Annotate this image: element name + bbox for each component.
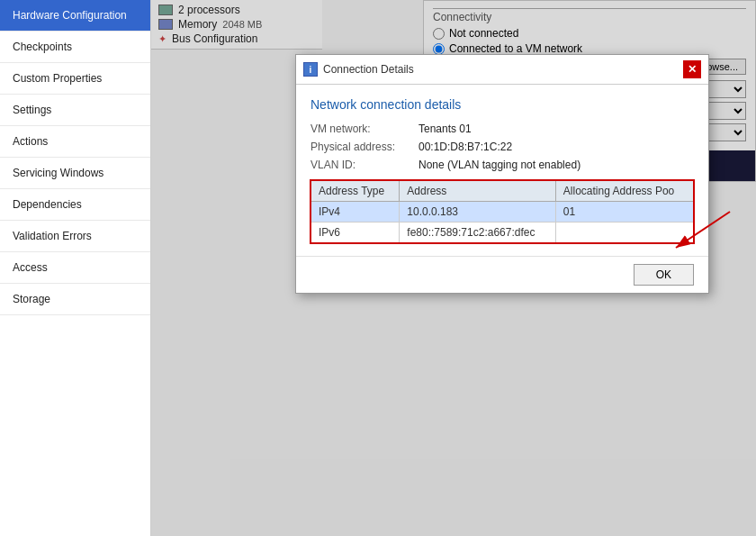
sidebar-item-checkpoints[interactable]: Checkpoints — [0, 32, 150, 63]
sidebar-item-access[interactable]: Access — [0, 252, 150, 284]
modal-dialog: i Connection Details ✕ Network connectio… — [295, 54, 709, 294]
modal-body: Network connection details VM network: T… — [296, 85, 708, 256]
modal-physical-address-label: Physical address: — [310, 141, 418, 153]
sidebar-item-dependencies[interactable]: Dependencies — [0, 189, 150, 221]
modal-title-left: i Connection Details — [303, 62, 414, 77]
table-header-row: Address Type Address Allocating Address … — [311, 181, 694, 202]
cell-pool-ipv4: 01 — [555, 202, 693, 223]
table-row[interactable]: IPv6 fe80::7589:71c2:a667:dfec — [311, 223, 694, 243]
modal-close-button[interactable]: ✕ — [683, 60, 701, 78]
table-header: Address Type Address Allocating Address … — [311, 181, 694, 202]
sidebar-item-settings[interactable]: Settings — [0, 95, 150, 126]
address-table: Address Type Address Allocating Address … — [310, 180, 694, 243]
col-address: Address — [400, 181, 556, 202]
sidebar-item-servicing-windows[interactable]: Servicing Windows — [0, 158, 150, 189]
modal-vlan-id-row: VLAN ID: None (VLAN tagging not enabled) — [310, 159, 694, 171]
modal-icon: i — [303, 62, 318, 77]
table-body: IPv4 10.0.0.183 01 IPv6 fe80::7589:71c2:… — [311, 202, 694, 243]
modal-vm-network-label: VM network: — [310, 123, 418, 135]
ok-button[interactable]: OK — [634, 264, 694, 286]
modal-title: Connection Details — [323, 63, 414, 76]
modal-titlebar: i Connection Details ✕ — [296, 55, 708, 85]
modal-physical-address-value: 00:1D:D8:B7:1C:22 — [418, 141, 512, 153]
sidebar-item-actions[interactable]: Actions — [0, 126, 150, 158]
modal-section-title: Network connection details — [310, 97, 694, 112]
modal-footer: OK — [296, 256, 708, 293]
cell-type-ipv6: IPv6 — [311, 223, 400, 243]
modal-vlan-id-label: VLAN ID: — [310, 159, 418, 171]
cell-address-ipv4: 10.0.0.183 — [400, 202, 556, 223]
sidebar: Hardware Configuration Checkpoints Custo… — [0, 0, 151, 536]
modal-physical-address-row: Physical address: 00:1D:D8:B7:1C:22 — [310, 141, 694, 153]
sidebar-item-validation-errors[interactable]: Validation Errors — [0, 221, 150, 252]
modal-vm-network-value: Tenants 01 — [418, 123, 472, 135]
col-allocating-pool: Allocating Address Poo — [555, 181, 693, 202]
table-row[interactable]: IPv4 10.0.0.183 01 — [311, 202, 694, 223]
cell-type-ipv4: IPv4 — [311, 202, 400, 223]
modal-vlan-id-value: None (VLAN tagging not enabled) — [418, 159, 580, 171]
sidebar-item-hardware-configuration[interactable]: Hardware Configuration — [0, 0, 150, 32]
modal-vm-network-row: VM network: Tenants 01 — [310, 123, 694, 135]
table-container: Address Type Address Allocating Address … — [310, 180, 694, 243]
modal-overlay: i Connection Details ✕ Network connectio… — [151, 0, 756, 536]
cell-address-ipv6: fe80::7589:71c2:a667:dfec — [400, 223, 556, 243]
main-content: 2 processors Memory 2048 MB ✦ Bus Config… — [151, 0, 756, 536]
sidebar-item-storage[interactable]: Storage — [0, 284, 150, 315]
cell-pool-ipv6 — [555, 223, 693, 243]
sidebar-item-custom-properties[interactable]: Custom Properties — [0, 63, 150, 95]
col-address-type: Address Type — [311, 181, 400, 202]
